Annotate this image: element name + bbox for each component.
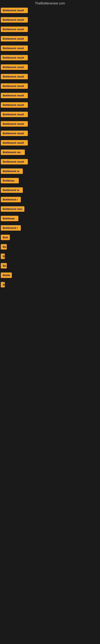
bottleneck-badge[interactable]: Bottleneck result <box>1 121 28 126</box>
bottleneck-row: Bottleneck result <box>0 139 100 146</box>
bottleneck-badge[interactable]: Bottleneck result <box>1 46 28 51</box>
bottleneck-row: Bottleneck result <box>0 102 100 108</box>
bottleneck-row: Bottleneck result <box>0 130 100 137</box>
bottleneck-row: B <box>0 281 100 288</box>
bottleneck-row: Bottleneck res <box>0 149 100 156</box>
bottleneck-badge[interactable]: Bottlenee <box>1 216 18 221</box>
bottleneck-row: Bottleneck result <box>0 73 100 80</box>
bottleneck-badge[interactable]: Bottleneck res <box>1 150 25 155</box>
bottleneck-row: Bottleneck result <box>0 26 100 33</box>
bottleneck-badge[interactable]: Bottleneck result <box>1 130 28 136</box>
bottleneck-badge[interactable]: Bottle <box>1 272 12 278</box>
bottleneck-row: Bottleneck result <box>0 16 100 23</box>
bottleneck-badge[interactable]: Bottleneck resu <box>1 206 24 212</box>
bottleneck-badge[interactable]: Bottleneck r <box>1 225 21 231</box>
bottleneck-badge[interactable]: Bottleneck result <box>1 64 28 70</box>
bottleneck-badge[interactable]: B <box>1 254 5 259</box>
bottleneck-badge[interactable]: Bottleneck result <box>1 159 28 164</box>
bottleneck-badge[interactable]: Bottleneck result <box>1 112 28 117</box>
bottleneck-row: Bo <box>0 262 100 269</box>
bottleneck-row: Bottleneck result <box>0 82 100 90</box>
bottleneck-row: Bottle <box>0 272 100 279</box>
bottleneck-row: Bott <box>0 234 100 241</box>
bottleneck-row: Bottleneck result <box>0 92 100 99</box>
bottleneck-row: Bottleneck re <box>0 168 100 175</box>
bottleneck-badge[interactable]: Bo <box>1 244 7 250</box>
bottleneck-row: Bottleneck result <box>0 45 100 52</box>
bottleneck-badge[interactable]: Bottleneck result <box>1 55 28 60</box>
bottleneck-badge[interactable]: Bottleneck result <box>1 36 28 42</box>
bottleneck-row: Bottlenee <box>0 215 100 222</box>
bottleneck-row: Bottleneck result <box>0 158 100 165</box>
bottleneck-badge[interactable]: Bottleneck result <box>1 17 28 22</box>
bottleneck-badge[interactable]: Bottleneck re <box>1 187 23 193</box>
bottleneck-badge[interactable]: Bottleneck r <box>1 197 21 202</box>
bottleneck-row: Bottleneck r <box>0 196 100 203</box>
bottleneck-badge[interactable]: Bottleneck result <box>1 93 28 98</box>
bottleneck-row: Bottleneck result <box>0 120 100 128</box>
bottleneck-badge[interactable]: Bottleneck re <box>1 168 23 174</box>
bottleneck-row: Bottleneck result <box>0 54 100 61</box>
bottleneck-badge[interactable]: Bottleneck result <box>1 83 28 89</box>
bottleneck-badge[interactable]: Bottleneck result <box>1 8 28 13</box>
bottleneck-row: Bottleneck re <box>0 186 100 194</box>
bottleneck-badge[interactable]: B <box>1 282 5 288</box>
bottleneck-row: Bottleneck result <box>0 7 100 14</box>
bottleneck-row: Bottleneck result <box>0 35 100 42</box>
bottleneck-row: Bottleneck result <box>0 64 100 71</box>
bottleneck-badge[interactable]: Bottleneck result <box>1 140 28 146</box>
bottleneck-row: Bottlenec <box>0 177 100 184</box>
bottleneck-badge[interactable]: Bottleneck result <box>1 102 28 108</box>
bottleneck-badge[interactable]: Bottlenec <box>1 178 19 183</box>
bottleneck-row: Bottleneck resu <box>0 206 100 212</box>
bottleneck-badge[interactable]: Bott <box>1 235 10 240</box>
bottleneck-row: Bottleneck r <box>0 224 100 232</box>
site-title: TheBottlenecker.com <box>0 0 100 7</box>
bottleneck-badge[interactable]: Bo <box>1 263 7 268</box>
bottleneck-row: Bo <box>0 243 100 250</box>
bottleneck-badge[interactable]: Bottleneck result <box>1 74 28 79</box>
bottleneck-badge[interactable]: Bottleneck result <box>1 26 28 32</box>
bottleneck-row: B <box>0 253 100 260</box>
bottleneck-row: Bottleneck result <box>0 111 100 118</box>
